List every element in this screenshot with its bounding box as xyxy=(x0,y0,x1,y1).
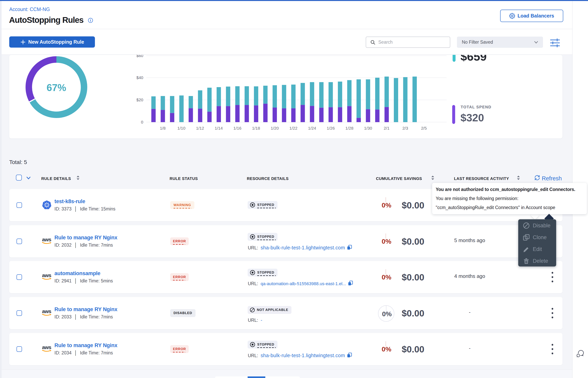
svg-text:1/16: 1/16 xyxy=(233,126,242,130)
svg-text:1/8: 1/8 xyxy=(160,126,166,130)
svg-text:aws: aws xyxy=(42,345,51,350)
svg-text:$60: $60 xyxy=(136,55,143,58)
svg-text:2/5: 2/5 xyxy=(421,126,427,130)
svg-text:aws: aws xyxy=(42,309,51,314)
svg-text:0: 0 xyxy=(141,120,143,124)
svg-text:aws: aws xyxy=(42,237,51,243)
svg-text:1/12: 1/12 xyxy=(196,126,204,130)
svg-text:$20: $20 xyxy=(136,97,143,102)
svg-text:1/20: 1/20 xyxy=(271,126,279,130)
svg-text:2/3: 2/3 xyxy=(402,126,408,130)
svg-text:aws: aws xyxy=(42,273,51,278)
svg-text:1/10: 1/10 xyxy=(178,126,186,130)
svg-text:1/24: 1/24 xyxy=(308,126,316,130)
svg-text:1/14: 1/14 xyxy=(215,126,223,130)
svg-text:1/22: 1/22 xyxy=(290,126,297,130)
svg-text:2/1: 2/1 xyxy=(383,126,389,130)
svg-text:1/26: 1/26 xyxy=(327,126,335,130)
svg-text:1/18: 1/18 xyxy=(252,126,260,130)
svg-text:$40: $40 xyxy=(136,75,143,80)
svg-text:1/28: 1/28 xyxy=(345,126,354,130)
svg-text:1/30: 1/30 xyxy=(364,126,372,130)
